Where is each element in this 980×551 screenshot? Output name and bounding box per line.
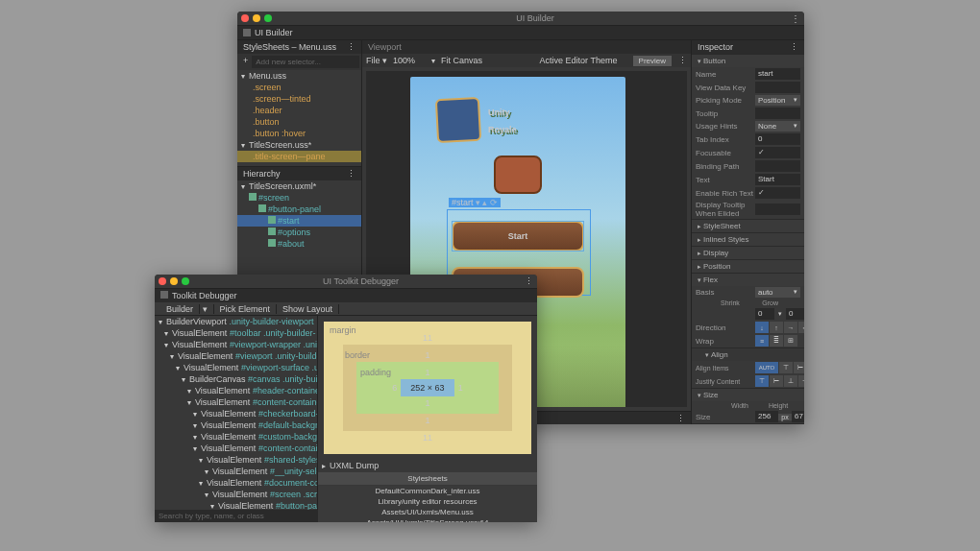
debug-tree-item[interactable]: ▾VisualElement #document-cont [155, 477, 317, 489]
height-input[interactable]: 67 [792, 411, 804, 422]
justify-buttons[interactable]: ⊤⊢⊥⊣≡ [755, 375, 804, 387]
zoom-input[interactable]: 100% [393, 56, 426, 65]
shrink-dd[interactable]: ▾ [774, 310, 786, 318]
debug-tree-item[interactable]: ▾VisualElement #viewport-wrapper .unit [155, 339, 317, 350]
inspector-field[interactable] [755, 108, 800, 119]
basis-dropdown[interactable]: auto [755, 287, 800, 298]
stylesheet-row[interactable]: Assets/UI/Uxmls/TitleScreen.uss:64 [318, 517, 537, 522]
inspector-field[interactable] [755, 82, 800, 93]
builder-tab[interactable]: UI Builder [255, 28, 293, 37]
add-icon[interactable]: + [239, 56, 252, 68]
builder-titlebar[interactable]: UI Builder ⋮ [237, 12, 804, 25]
show-layout-button[interactable]: Show Layout [277, 304, 339, 314]
name-input[interactable]: start [755, 68, 800, 80]
inspector-field[interactable] [755, 160, 800, 172]
debug-tree-item[interactable]: ▾VisualElement #viewport .unity-builde [155, 350, 317, 362]
debug-tree-item[interactable]: ▾VisualElement #custom-backgrou [155, 431, 317, 443]
debug-search-input[interactable]: Search by type, name, or class [155, 510, 318, 522]
inspector-field[interactable]: ✓ [755, 187, 800, 199]
debugger-window: UI Toolkit Debugger ⋮ Toolkit Debugger B… [155, 275, 537, 522]
width-unit[interactable]: px [778, 414, 792, 420]
shrink-input[interactable]: 0 [755, 308, 774, 320]
uss-file-2[interactable]: ▾TitleScreen.uss* [237, 139, 361, 151]
inspector-field[interactable]: Position [755, 95, 800, 106]
selector-item[interactable]: .title-screen—pane [237, 151, 361, 162]
inspector-foldout[interactable]: StyleSheet [692, 219, 804, 232]
inspector-foldout[interactable]: Position [692, 259, 804, 273]
inspector-foldout[interactable]: Inlined Styles [692, 232, 804, 246]
align-foldout[interactable]: Align [692, 347, 804, 361]
debugger-tab[interactable]: Toolkit Debugger [172, 291, 237, 300]
debug-tree-item[interactable]: ▾VisualElement #shared-styles- [155, 454, 317, 466]
inspector-field[interactable]: 0 [755, 133, 800, 145]
hierarchy-item[interactable]: #start [237, 215, 361, 227]
flex-foldout[interactable]: Flex [692, 273, 804, 286]
debug-tree-item[interactable]: ▾VisualElement #checkerboard-ba [155, 408, 317, 419]
debug-tree-item[interactable]: ▾VisualElement #content-container [155, 396, 317, 408]
add-selector-input[interactable]: Add new selector... [252, 56, 359, 68]
debug-tree-item[interactable]: ▾VisualElement #header-container [155, 385, 317, 396]
stylesheet-row[interactable]: Library/unity editor resources [318, 496, 537, 507]
builder-dropdown[interactable]: Builder ▾ [155, 304, 214, 314]
uss-file[interactable]: ▾Menu.uss [237, 70, 361, 82]
maximize-icon[interactable] [264, 14, 272, 22]
debug-tree-item[interactable]: ▾BuilderCanvas #canvas .unity-buil [155, 373, 317, 385]
inspector-field[interactable]: ✓ [755, 147, 800, 158]
inspector-panel: Inspector ⋮ Button Namestart View Data K… [691, 39, 804, 424]
hierarchy-item[interactable]: #about [237, 238, 361, 250]
hierarchy-menu-icon[interactable]: ⋮ [347, 169, 355, 179]
inspector-field[interactable]: None [755, 121, 800, 132]
debug-tree-item[interactable]: ▾VisualElement #screen .scr [155, 489, 317, 500]
debug-tree-item[interactable]: ▾VisualElement #default-backgrou [155, 419, 317, 431]
debug-tree-item[interactable]: ▾BuilderViewport .unity-builder-viewport [155, 316, 317, 327]
hierarchy-item[interactable]: #button-panel [237, 204, 361, 215]
close-icon[interactable] [241, 14, 249, 22]
viewport-menu-icon[interactable]: ⋮ [678, 56, 687, 65]
uxml-dump-foldout[interactable]: UXML Dump [330, 461, 379, 470]
file-menu[interactable]: File ▾ [366, 56, 387, 65]
debugger-window-menu-icon[interactable]: ⋮ [525, 276, 533, 286]
preview-button[interactable]: Preview [632, 55, 673, 67]
stylesheet-row[interactable]: Assets/UI/Uxmls/Menu.uss [318, 507, 537, 517]
fit-canvas-button[interactable]: Fit Canvas [441, 56, 482, 65]
box-model-diagram: margin 11 border 1 padding 1 6 252 × 63 … [324, 322, 531, 454]
stylesheets-menu-icon[interactable]: ⋮ [347, 42, 355, 52]
stylesheet-row[interactable]: DefaultCommonDark_inter.uss [318, 486, 537, 496]
align-items-buttons[interactable]: AUTO⊤⊢⊥⊣ [755, 362, 804, 373]
window-menu-icon[interactable]: ⋮ [791, 13, 800, 24]
size-foldout[interactable]: Size [692, 388, 804, 401]
inspector-foldout[interactable]: Display [692, 246, 804, 259]
selector-item[interactable]: .screen—tinted [237, 93, 361, 105]
close-icon[interactable] [159, 277, 166, 285]
debug-tree-item[interactable]: ▾VisualElement #__unity-sele [155, 466, 317, 477]
type-foldout[interactable]: Button [692, 54, 804, 67]
minimize-icon[interactable] [170, 277, 178, 285]
inspector-field[interactable]: Start [755, 174, 800, 185]
debug-tree-item[interactable]: ▾VisualElement #toolbar .unity-builder- [155, 327, 317, 339]
wrap-buttons[interactable]: ≡≣⊞ [755, 335, 797, 347]
hierarchy-header: Hierarchy [243, 169, 281, 179]
inspector-field[interactable] [755, 204, 800, 215]
selector-item[interactable]: .button [237, 116, 361, 128]
hierarchy-item[interactable]: #options [237, 227, 361, 238]
direction-buttons[interactable]: ↓↑→← [755, 322, 804, 333]
hierarchy-root[interactable]: ▾TitleScreen.uxml* [237, 180, 361, 192]
pick-element-button[interactable]: Pick Element [214, 304, 278, 314]
width-input[interactable]: 256 [755, 411, 778, 422]
maximize-icon[interactable] [182, 277, 189, 285]
debugger-titlebar[interactable]: UI Toolkit Debugger ⋮ [155, 275, 537, 288]
theme-dropdown[interactable]: Active Editor Theme [540, 56, 626, 65]
uss-preview-menu-icon[interactable]: ⋮ [676, 414, 685, 423]
inspector-menu-icon[interactable]: ⋮ [790, 42, 798, 52]
window-title: UI Builder [280, 13, 791, 23]
name-label: Name [696, 70, 755, 79]
selector-item[interactable]: .header [237, 105, 361, 116]
selector-item[interactable]: .button :hover [237, 128, 361, 139]
minimize-icon[interactable] [253, 14, 260, 22]
debug-tree-item[interactable]: ▾VisualElement #content-contain [155, 443, 317, 454]
hierarchy-item[interactable]: #screen [237, 192, 361, 204]
debug-tree-item[interactable]: ▾VisualElement #viewport-surface .unit [155, 362, 317, 373]
selector-item[interactable]: .screen [237, 82, 361, 93]
minmax-foldout[interactable]: Min – Max [692, 423, 804, 424]
grow-input[interactable]: 0 [786, 308, 804, 320]
